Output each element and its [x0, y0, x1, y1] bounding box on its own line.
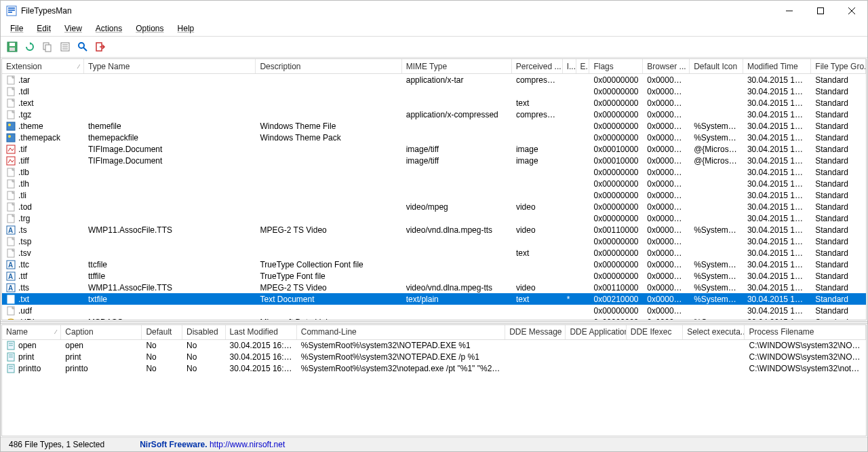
col-e[interactable]: E.: [576, 59, 590, 73]
table-row[interactable]: .tarapplication/x-tarcompressed0x0000000…: [2, 74, 866, 86]
ext-label: .txt: [18, 295, 29, 304]
action-row[interactable]: printtoprinttoNoNo30.04.2015 16:48:36%Sy…: [2, 363, 866, 375]
table-row[interactable]: .UDLMSDASCMicrosoft Data Link0x000200000…: [2, 316, 866, 320]
col-dde-application[interactable]: DDE Application: [566, 325, 626, 339]
col-mime[interactable]: MIME Type: [402, 59, 512, 73]
menu-edit[interactable]: Edit: [31, 22, 56, 35]
svg-rect-26: [7, 134, 15, 142]
col-default-icon[interactable]: Default Icon: [690, 59, 743, 73]
refresh-icon[interactable]: [22, 39, 37, 54]
col-group[interactable]: File Type Gro...: [811, 59, 866, 73]
table-row[interactable]: .txttxtfileText Documenttext/plaintext*0…: [2, 293, 866, 305]
table-row[interactable]: .udf0x000000000x0000000030.04.2015 16:48…: [2, 305, 866, 316]
action-row[interactable]: openopenNoNo30.04.2015 16:48:36%SystemRo…: [2, 340, 866, 352]
horizontal-splitter[interactable]: [1, 321, 867, 324]
svg-text:A: A: [8, 227, 13, 234]
col-command-line[interactable]: Command-Line: [297, 325, 505, 339]
col-typename[interactable]: Type Name: [84, 59, 256, 73]
table-row[interactable]: A.ttsWMP11.AssocFile.TTSMPEG-2 TS Videov…: [2, 282, 866, 293]
table-row[interactable]: .themethemefileWindows Theme File0x00000…: [2, 120, 866, 132]
action-icon: [6, 364, 16, 373]
menu-options[interactable]: Options: [130, 22, 169, 35]
file-icon: [6, 179, 16, 189]
file-icon: [6, 214, 16, 223]
file-icon: [6, 237, 16, 246]
table-row[interactable]: .todvideo/mpegvideo0x000000000x000000003…: [2, 201, 866, 212]
file-icon: [6, 168, 16, 177]
table-row[interactable]: .trg0x000000000x0000000030.04.2015 16:48…: [2, 212, 866, 224]
col-browser[interactable]: Browser ...: [643, 59, 690, 73]
save-icon[interactable]: [5, 39, 20, 54]
file-icon: [6, 87, 16, 96]
copy-icon[interactable]: [40, 39, 55, 54]
action-row[interactable]: printprintNoNo30.04.2015 16:48:36%System…: [2, 352, 866, 363]
horizontal-scrollbar[interactable]: [2, 424, 866, 436]
menu-view[interactable]: View: [59, 22, 87, 35]
col-last-modified[interactable]: Last Modified: [226, 325, 297, 339]
find-icon[interactable]: [75, 39, 90, 54]
col-dde-ifexec[interactable]: DDE Ifexec: [627, 325, 683, 339]
exit-icon[interactable]: [93, 39, 108, 54]
svg-rect-3: [8, 12, 12, 13]
file-icon: A: [6, 225, 16, 235]
close-button[interactable]: [836, 1, 867, 21]
ext-label: .tlb: [18, 168, 29, 177]
actions-grid-header: Name Caption Default Disabled Last Modif…: [2, 325, 866, 340]
table-row[interactable]: .tgzapplication/x-compressedcompressed0x…: [2, 109, 866, 120]
menu-actions[interactable]: Actions: [90, 22, 127, 35]
minimize-button[interactable]: [774, 1, 805, 21]
ext-label: .tif: [18, 145, 27, 154]
svg-rect-24: [7, 122, 15, 130]
file-icon: [6, 110, 16, 119]
table-row[interactable]: .tiffTIFImage.Documentimage/tiffimage0x0…: [2, 155, 866, 166]
ext-label: .themepack: [18, 133, 60, 143]
svg-rect-5: [818, 8, 824, 14]
svg-point-50: [7, 319, 14, 320]
status-count: 486 File Types, 1 Selected: [5, 440, 108, 449]
col-modified[interactable]: Modified Time: [743, 59, 811, 73]
col-default[interactable]: Default: [142, 325, 182, 339]
ext-label: .ttc: [18, 260, 29, 269]
table-row[interactable]: A.ttfttffileTrueType Font file0x00000000…: [2, 270, 866, 282]
col-extension[interactable]: Extension: [2, 59, 84, 73]
table-row[interactable]: .tsvtext0x000000000x0000000030.04.2015 1…: [2, 247, 866, 259]
col-perceived[interactable]: Perceived ...: [512, 59, 563, 73]
col-process-filename[interactable]: Process Filename: [745, 325, 866, 339]
ext-label: .UDL: [18, 318, 37, 320]
grid-body[interactable]: .tarapplication/x-tarcompressed0x0000000…: [2, 74, 866, 320]
col-name[interactable]: Name: [2, 325, 61, 339]
table-row[interactable]: A.ttcttcfileTrueType Collection Font fil…: [2, 259, 866, 270]
table-row[interactable]: .tlh0x000000000x0000000030.04.2015 16:48…: [2, 178, 866, 189]
filetypes-grid: Extension Type Name Description MIME Typ…: [1, 58, 867, 320]
col-description[interactable]: Description: [256, 59, 401, 73]
col-select-executable[interactable]: Select executa...: [683, 325, 745, 339]
table-row[interactable]: .tsp0x000000000x0000000030.04.2015 16:48…: [2, 236, 866, 247]
table-row[interactable]: A.tsWMP11.AssocFile.TTSMPEG-2 TS Videovi…: [2, 224, 866, 236]
file-icon: [6, 295, 16, 304]
col-disabled[interactable]: Disabled: [182, 325, 226, 339]
maximize-button[interactable]: [805, 1, 836, 21]
table-row[interactable]: .themepackthemepackfileWindows Theme Pac…: [2, 132, 866, 143]
file-icon: A: [6, 283, 16, 293]
table-row[interactable]: .tifTIFImage.Documentimage/tiffimage0x00…: [2, 143, 866, 155]
table-row[interactable]: .tlb0x000000000x0000000030.04.2015 16:48…: [2, 166, 866, 178]
titlebar: FileTypesMan: [1, 1, 867, 21]
menu-file[interactable]: File: [5, 22, 28, 35]
ext-label: .tar: [18, 75, 30, 85]
table-row[interactable]: .texttext0x000000000x0000000030.04.2015 …: [2, 97, 866, 109]
statusbar: 486 File Types, 1 Selected NirSoft Freew…: [1, 437, 867, 451]
properties-icon[interactable]: [58, 39, 73, 54]
svg-line-18: [83, 48, 87, 51]
menu-help[interactable]: Help: [172, 22, 200, 35]
table-row[interactable]: .tli0x000000000x0000000030.04.2015 16:48…: [2, 189, 866, 201]
actions-grid-body[interactable]: openopenNoNo30.04.2015 16:48:36%SystemRo…: [2, 340, 866, 424]
col-dde-message[interactable]: DDE Message: [505, 325, 566, 339]
ext-label: .tlh: [18, 179, 29, 189]
ext-label: .ts: [18, 225, 27, 235]
col-caption[interactable]: Caption: [61, 325, 142, 339]
nirsoft-link[interactable]: http://www.nirsoft.net: [210, 440, 285, 449]
table-row[interactable]: .tdl0x000000000x0000000030.04.2015 16:48…: [2, 86, 866, 97]
col-i[interactable]: I...: [563, 59, 576, 73]
ext-label: .tsv: [18, 248, 31, 258]
col-flags[interactable]: Flags: [589, 59, 643, 73]
